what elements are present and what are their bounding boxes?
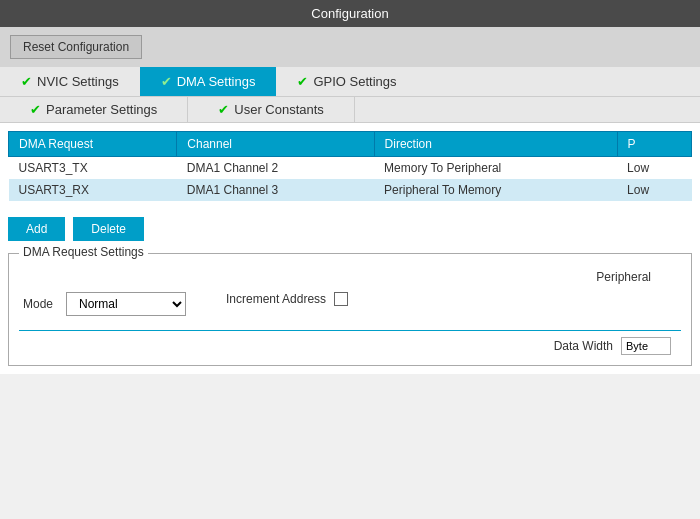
title-bar: Configuration bbox=[0, 0, 700, 27]
reset-config-button[interactable]: Reset Configuration bbox=[10, 35, 142, 59]
col-priority: P bbox=[617, 132, 691, 157]
tab-gpio-label: GPIO Settings bbox=[313, 74, 396, 89]
data-width-input[interactable] bbox=[621, 337, 671, 355]
table-row[interactable]: USART3_RX DMA1 Channel 3 Peripheral To M… bbox=[9, 179, 692, 201]
gpio-check-icon: ✔ bbox=[297, 74, 308, 89]
mode-select[interactable]: Normal Circular bbox=[66, 292, 186, 316]
row1-channel: DMA1 Channel 2 bbox=[177, 157, 374, 180]
btn-row: Add Delete bbox=[8, 209, 692, 249]
table-row[interactable]: USART3_TX DMA1 Channel 2 Memory To Perip… bbox=[9, 157, 692, 180]
toolbar: Reset Configuration bbox=[0, 27, 700, 67]
row2-request: USART3_RX bbox=[9, 179, 177, 201]
title-text: Configuration bbox=[311, 6, 388, 21]
dma-table: DMA Request Channel Direction P USART3_T… bbox=[8, 131, 692, 201]
tabs-row1: ✔ NVIC Settings ✔ DMA Settings ✔ GPIO Se… bbox=[0, 67, 700, 97]
row2-channel: DMA1 Channel 3 bbox=[177, 179, 374, 201]
row1-request: USART3_TX bbox=[9, 157, 177, 180]
tab-user[interactable]: ✔ User Constants bbox=[188, 97, 355, 122]
increment-address-checkbox[interactable] bbox=[334, 292, 348, 306]
tab-dma-label: DMA Settings bbox=[177, 74, 256, 89]
row2-direction: Peripheral To Memory bbox=[374, 179, 617, 201]
add-button[interactable]: Add bbox=[8, 217, 65, 241]
data-width-label: Data Width bbox=[554, 339, 613, 353]
row1-direction: Memory To Peripheral bbox=[374, 157, 617, 180]
tab-gpio[interactable]: ✔ GPIO Settings bbox=[276, 67, 417, 96]
bottom-rows: Data Width bbox=[19, 330, 681, 355]
dma-settings-label: DMA Request Settings bbox=[19, 245, 148, 259]
tab-param[interactable]: ✔ Parameter Settings bbox=[0, 97, 188, 122]
peripheral-header: Peripheral bbox=[596, 270, 651, 284]
increment-address-label: Increment Address bbox=[226, 292, 326, 306]
param-check-icon: ✔ bbox=[30, 102, 41, 117]
user-check-icon: ✔ bbox=[218, 102, 229, 117]
tab-nvic[interactable]: ✔ NVIC Settings bbox=[0, 67, 140, 96]
col-dma-request: DMA Request bbox=[9, 132, 177, 157]
mode-label: Mode bbox=[23, 297, 58, 311]
nvic-check-icon: ✔ bbox=[21, 74, 32, 89]
col-direction: Direction bbox=[374, 132, 617, 157]
col-channel: Channel bbox=[177, 132, 374, 157]
row2-priority: Low bbox=[617, 179, 691, 201]
tab-user-label: User Constants bbox=[234, 102, 324, 117]
delete-button[interactable]: Delete bbox=[73, 217, 144, 241]
tabs-row2: ✔ Parameter Settings ✔ User Constants bbox=[0, 97, 700, 123]
dma-check-icon: ✔ bbox=[161, 74, 172, 89]
dma-settings-box: DMA Request Settings Peripheral Mode Nor… bbox=[8, 253, 692, 366]
tab-param-label: Parameter Settings bbox=[46, 102, 157, 117]
content-area: DMA Request Channel Direction P USART3_T… bbox=[0, 123, 700, 374]
row1-priority: Low bbox=[617, 157, 691, 180]
tab-dma[interactable]: ✔ DMA Settings bbox=[140, 67, 277, 96]
tab-nvic-label: NVIC Settings bbox=[37, 74, 119, 89]
